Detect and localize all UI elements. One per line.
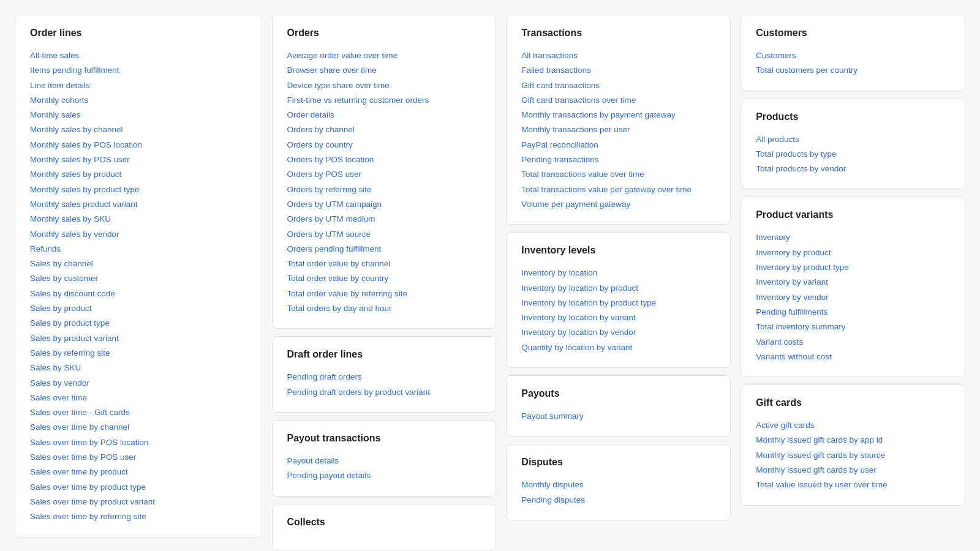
report-link[interactable]: Orders by country [287, 138, 481, 152]
report-link[interactable]: Refunds [30, 242, 247, 257]
report-link[interactable]: Total inventory summary [756, 320, 950, 334]
report-link[interactable]: Inventory by vendor [756, 290, 950, 305]
card-transactions-col-0: TransactionsAll transactionsFailed trans… [506, 15, 731, 225]
report-link[interactable]: Monthly cohorts [30, 93, 247, 108]
report-link[interactable]: Order details [287, 108, 481, 122]
report-link[interactable]: Monthly sales by POS user [30, 152, 247, 167]
report-link[interactable]: First-time vs returning customer orders [287, 93, 481, 108]
report-link[interactable]: All-time sales [30, 48, 247, 63]
report-link[interactable]: Device type share over time [287, 78, 481, 93]
report-link[interactable]: Inventory [756, 230, 950, 245]
report-link[interactable]: Total transactions value over time [521, 167, 715, 182]
report-link[interactable]: Orders pending fulfillment [287, 242, 481, 257]
report-link[interactable]: Monthly disputes [521, 478, 715, 492]
report-link[interactable]: Failed transactions [521, 63, 715, 78]
report-link[interactable]: Sales by channel [30, 257, 247, 271]
report-link[interactable]: Pending draft orders by product variant [287, 385, 481, 400]
report-link[interactable]: Sales over time by product type [30, 480, 247, 495]
report-link[interactable]: Pending fulfillments [756, 305, 950, 320]
report-link[interactable]: Monthly issued gift cards by source [756, 448, 950, 463]
report-link[interactable]: Monthly issued gift cards by app id [756, 433, 950, 448]
report-link[interactable]: Total customers per country [756, 63, 950, 78]
report-link[interactable]: Monthly transactions by payment gateway [521, 108, 715, 122]
report-link[interactable]: Inventory by location by variant [521, 310, 715, 325]
report-link[interactable]: Monthly sales by vendor [30, 227, 247, 242]
card-title: Products [756, 111, 950, 122]
report-link[interactable]: Total order value by channel [287, 257, 481, 271]
report-link[interactable]: Sales over time by POS location [30, 435, 247, 450]
report-link[interactable]: Sales over time - Gift cards [30, 405, 247, 420]
report-link[interactable]: Gift card transactions over time [521, 93, 715, 108]
report-link[interactable]: Payout details [287, 454, 481, 468]
report-link[interactable]: Orders by channel [287, 122, 481, 137]
report-link[interactable]: Sales by customer [30, 271, 247, 286]
report-link[interactable]: Sales over time by referring site [30, 509, 247, 524]
report-link[interactable]: Total transactions value per gateway ove… [521, 182, 715, 197]
report-link[interactable]: Gift card transactions [521, 78, 715, 93]
report-link[interactable]: Items pending fulfillment [30, 63, 247, 78]
report-link[interactable]: Monthly sales by SKU [30, 212, 247, 227]
report-link[interactable]: Browser share over time [287, 63, 481, 78]
report-link[interactable]: All transactions [521, 48, 715, 63]
report-link[interactable]: Sales over time by product [30, 465, 247, 479]
report-link[interactable]: Sales by product variant [30, 331, 247, 346]
report-link[interactable]: Orders by UTM source [287, 227, 481, 242]
report-link[interactable]: Volume per payment gateway [521, 197, 715, 212]
report-link[interactable]: Average order value over time [287, 48, 481, 63]
report-link[interactable]: Sales over time [30, 391, 247, 405]
report-link[interactable]: Monthly sales by POS location [30, 138, 247, 152]
report-link[interactable]: PayPal reconciliation [521, 138, 715, 152]
report-link[interactable]: Pending transactions [521, 152, 715, 167]
report-link[interactable]: Total value issued by user over time [756, 478, 950, 492]
report-link[interactable]: Customers [756, 48, 950, 63]
report-link[interactable]: Inventory by location by product [521, 281, 715, 296]
card-title: Transactions [521, 28, 715, 39]
card-title: Payout transactions [287, 433, 481, 444]
report-link[interactable]: Total orders by day and hour [287, 301, 481, 316]
report-link[interactable]: Orders by UTM medium [287, 212, 481, 227]
report-link[interactable]: Sales over time by channel [30, 420, 247, 435]
card-customers-col-0: CustomersCustomersTotal customers per co… [741, 15, 965, 91]
report-link[interactable]: Total order value by referring site [287, 287, 481, 301]
report-link[interactable]: Pending disputes [521, 493, 715, 508]
report-link[interactable]: Inventory by variant [756, 275, 950, 290]
report-link[interactable]: Orders by POS user [287, 167, 481, 182]
report-link[interactable]: Monthly sales by product type [30, 182, 247, 197]
report-link[interactable]: Sales by referring site [30, 346, 247, 361]
report-link[interactable]: Pending payout details [287, 468, 481, 483]
report-link[interactable]: Orders by UTM campaign [287, 197, 481, 212]
report-link[interactable]: Sales by product [30, 301, 247, 316]
report-link[interactable]: Variants without cost [756, 350, 950, 364]
report-link[interactable]: Payout summary [521, 409, 715, 424]
report-link[interactable]: All products [756, 132, 950, 147]
report-link[interactable]: Inventory by location [521, 266, 715, 280]
report-link[interactable]: Monthly sales by channel [30, 122, 247, 137]
report-link[interactable]: Line item details [30, 78, 247, 93]
report-link[interactable]: Inventory by location by vendor [521, 325, 715, 340]
report-link[interactable]: Monthly sales by product [30, 167, 247, 182]
report-link[interactable]: Pending draft orders [287, 370, 481, 384]
card-orders-col-2: Payout transactionsPayout detailsPending… [272, 420, 497, 497]
report-link[interactable]: Inventory by product [756, 246, 950, 260]
report-link[interactable]: Orders by referring site [287, 182, 481, 197]
report-link[interactable]: Sales by product type [30, 316, 247, 331]
report-link[interactable]: Sales by vendor [30, 376, 247, 391]
report-link[interactable]: Inventory by product type [756, 260, 950, 275]
report-link[interactable]: Sales by discount code [30, 287, 247, 301]
report-link[interactable]: Active gift cards [756, 418, 950, 433]
report-link[interactable]: Total products by vendor [756, 162, 950, 176]
report-link[interactable]: Sales by SKU [30, 361, 247, 375]
card-orders-col-1: Draft order linesPending draft ordersPen… [272, 336, 497, 413]
report-link[interactable]: Monthly issued gift cards by user [756, 463, 950, 478]
report-link[interactable]: Monthly sales product variant [30, 197, 247, 212]
report-link[interactable]: Orders by POS location [287, 152, 481, 167]
report-link[interactable]: Sales over time by POS user [30, 450, 247, 465]
report-link[interactable]: Total order value by country [287, 271, 481, 286]
report-link[interactable]: Monthly transactions per user [521, 122, 715, 137]
report-link[interactable]: Monthly sales [30, 108, 247, 122]
report-link[interactable]: Sales over time by product variant [30, 495, 247, 509]
report-link[interactable]: Quantity by location by variant [521, 340, 715, 355]
report-link[interactable]: Inventory by location by product type [521, 296, 715, 310]
report-link[interactable]: Variant costs [756, 335, 950, 350]
report-link[interactable]: Total products by type [756, 147, 950, 162]
